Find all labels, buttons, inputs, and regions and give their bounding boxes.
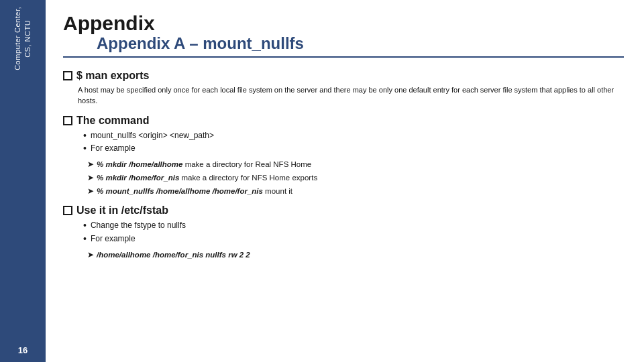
checkbox-icon-2 (63, 116, 72, 125)
fstab-sub-list: ➤ /home/allhome /home/for_nis nullfs rw … (87, 249, 624, 262)
command-sub-list: ➤ % mkdir /home/allhome make a directory… (87, 158, 624, 198)
arrow-icon: ➤ (87, 249, 94, 262)
list-item: For example (83, 142, 624, 156)
list-item: ➤ % mkdir /home/allhome make a directory… (87, 158, 624, 172)
list-item: For example (83, 233, 624, 246)
main-title: Appendix (63, 12, 624, 34)
sub-item-text: % mkdir /home/allhome make a directory f… (97, 158, 311, 171)
bullet-text: Change the fstype to nullfs (91, 219, 186, 232)
checkbox-icon-3 (63, 206, 72, 215)
title-block: Appendix Appendix A – mount_nullfs (63, 12, 624, 63)
title-divider (63, 56, 624, 58)
list-item: ➤ % mkdir /home/for_nis make a directory… (87, 172, 624, 185)
sub-item-text: % mount_nullfs /home/allhome /home/for_n… (97, 185, 292, 198)
checkbox-icon (63, 71, 72, 80)
list-item: ➤ % mount_nullfs /home/allhome /home/for… (87, 185, 624, 198)
section-heading-fstab: Use it in /etc/fstab (63, 204, 624, 217)
sidebar: Computer Center, CS, NCTU 16 (0, 0, 46, 362)
command-bullet-list: mount_nullfs <origin> <new_path> For exa… (83, 129, 624, 156)
bullet-text-2: For example (91, 142, 136, 155)
section-label-man-exports: $ man exports (76, 70, 149, 82)
list-item: Change the fstype to nullfs (83, 219, 624, 233)
section-fstab: Use it in /etc/fstab Change the fstype t… (63, 204, 624, 263)
list-item: mount_nullfs <origin> <new_path> (83, 129, 624, 143)
fstab-bullet-list: Change the fstype to nullfs For example (83, 219, 624, 245)
bullet-text: mount_nullfs <origin> <new_path> (91, 129, 214, 142)
arrow-icon: ➤ (87, 158, 94, 172)
sidebar-text: Computer Center, CS, NCTU (13, 7, 34, 70)
arrow-icon: ➤ (87, 185, 94, 198)
main-content: Appendix Appendix A – mount_nullfs $ man… (46, 0, 644, 362)
arrow-icon: ➤ (87, 172, 94, 185)
bullet-text-2: For example (91, 233, 136, 245)
section-label-command: The command (76, 115, 149, 127)
sub-title: Appendix A – mount_nullfs (97, 34, 624, 54)
section-the-command: The command mount_nullfs <origin> <new_p… (63, 115, 624, 200)
section-heading-man-exports: $ man exports (63, 70, 624, 82)
slide-number: 16 (18, 345, 28, 355)
section-man-exports: $ man exports A host may be specified on… (63, 70, 624, 109)
section-heading-command: The command (63, 115, 624, 127)
sub-item-text: /home/allhome /home/for_nis nullfs rw 2 … (97, 249, 250, 261)
man-exports-body: A host may be specified only once for ea… (78, 84, 624, 107)
sub-item-text: % mkdir /home/for_nis make a directory f… (97, 172, 317, 184)
list-item: ➤ /home/allhome /home/for_nis nullfs rw … (87, 249, 624, 262)
section-label-fstab: Use it in /etc/fstab (76, 204, 168, 217)
